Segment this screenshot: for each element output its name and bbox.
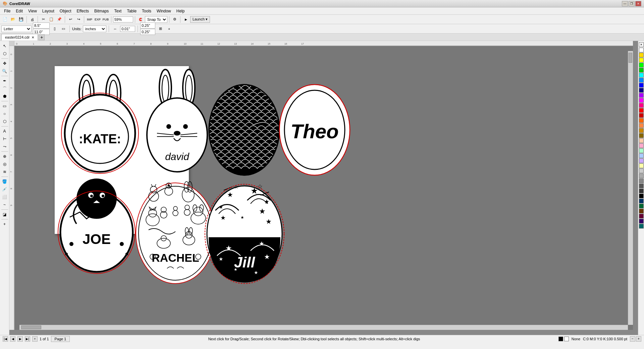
ellipse-tool[interactable]: ○ <box>1 110 8 117</box>
menu-layout[interactable]: Layout <box>40 8 57 14</box>
color-cyan[interactable] <box>639 73 644 78</box>
color-dark-red[interactable] <box>639 113 644 118</box>
color-sky[interactable] <box>639 153 644 158</box>
grid-y-input[interactable] <box>140 29 155 35</box>
grid-x-input[interactable] <box>140 22 155 29</box>
menu-edit[interactable]: Edit <box>13 8 25 14</box>
node-tool[interactable]: ⬡ <box>1 50 8 57</box>
nudge-input[interactable] <box>120 26 135 32</box>
color-charcoal[interactable] <box>639 189 644 193</box>
v-scroll-thumb[interactable] <box>629 53 632 63</box>
canvas-area[interactable]: 012 345 678 91011 121314 151617 0 1 2 3 … <box>9 41 638 335</box>
color-brown[interactable] <box>639 128 644 133</box>
color-violet[interactable] <box>639 93 644 98</box>
color-indigo[interactable] <box>639 219 644 223</box>
tab-add-button[interactable]: + <box>39 34 45 40</box>
page-tab[interactable]: Page 1 <box>51 336 70 342</box>
color-blue[interactable] <box>639 78 644 83</box>
color-teal[interactable] <box>639 224 644 229</box>
pan-tool[interactable]: ✥ <box>1 60 8 67</box>
page-settings-icon[interactable]: ⊞ <box>157 25 164 33</box>
menu-view[interactable]: View <box>25 8 40 14</box>
tab-close-icon[interactable]: ✕ <box>32 36 34 39</box>
color-mint[interactable] <box>639 148 644 153</box>
menu-help[interactable]: Help <box>174 8 187 14</box>
zoom-in-button[interactable]: + <box>636 336 641 342</box>
color-gray[interactable] <box>639 173 644 178</box>
color-light-gray[interactable] <box>639 168 644 173</box>
prev-page-button[interactable]: ◀ <box>10 336 15 342</box>
eraser-tool[interactable]: ⬜ <box>1 193 8 201</box>
zoom-input[interactable]: 59% <box>113 16 133 22</box>
eyedropper-tool[interactable]: 💉 <box>1 186 8 193</box>
menu-bitmaps[interactable]: Bitmaps <box>92 8 111 14</box>
width-input[interactable] <box>33 22 50 29</box>
freehand-tool[interactable]: ✒ <box>1 77 8 85</box>
color-midnight[interactable] <box>639 199 644 203</box>
smear-tool[interactable]: ~ <box>1 201 8 208</box>
dimension-tool[interactable]: ⊢ <box>1 135 8 143</box>
next-page-button[interactable]: ▶ <box>17 336 23 342</box>
menu-object[interactable]: Object <box>57 8 74 14</box>
add-snap-button[interactable]: + <box>1 220 8 228</box>
smart-draw-tool[interactable]: ⬟ <box>1 93 8 100</box>
close-button[interactable]: ✕ <box>635 1 641 6</box>
connector-tool[interactable]: ⤳ <box>1 143 8 150</box>
no-color-swatch[interactable]: ✕ <box>639 42 644 47</box>
color-green[interactable] <box>639 63 644 67</box>
fill-tool[interactable]: 🪣 <box>1 178 8 185</box>
first-page-button[interactable]: |◀ <box>3 336 8 342</box>
color-mahogany[interactable] <box>639 209 644 213</box>
save-button[interactable]: 💾 <box>17 16 25 23</box>
color-dark-brown[interactable] <box>639 133 644 138</box>
options-button[interactable]: ⚙ <box>171 16 178 23</box>
color-mid-gray[interactable] <box>639 179 644 183</box>
contour-tool[interactable]: ◎ <box>1 160 8 168</box>
launch-button[interactable]: Launch ▾ <box>190 16 210 23</box>
menu-file[interactable]: File <box>1 8 13 14</box>
color-orange[interactable] <box>639 118 644 123</box>
color-magenta[interactable] <box>639 98 644 103</box>
zoom-tool[interactable]: 🔍 <box>1 67 8 75</box>
tab-easter0224[interactable]: easter0224.cdr ✕ <box>1 34 38 41</box>
menu-table[interactable]: Table <box>124 8 139 14</box>
portrait-button[interactable]: ▯ <box>51 25 58 33</box>
new-button[interactable]: 📄 <box>1 16 9 23</box>
restore-button[interactable]: ❐ <box>629 1 635 6</box>
text-tool[interactable]: A <box>1 128 8 135</box>
menu-window[interactable]: Window <box>154 8 174 14</box>
undo-button[interactable]: ↩ <box>67 16 74 23</box>
bezier-tool[interactable]: ⌒ <box>1 85 8 92</box>
color-dark-gray[interactable] <box>639 184 644 188</box>
open-button[interactable]: 📂 <box>9 16 17 23</box>
print-button[interactable]: 🖨 <box>29 16 36 23</box>
copy-button[interactable]: 📋 <box>48 16 55 23</box>
last-page-button[interactable]: ▶| <box>25 336 30 342</box>
select-tool[interactable]: ↖ <box>1 42 8 50</box>
color-dark-green[interactable] <box>639 68 644 72</box>
color-maroon[interactable] <box>639 214 644 218</box>
color-yellow[interactable] <box>639 53 644 57</box>
color-dark-blue[interactable] <box>639 83 644 88</box>
paper-size-dropdown[interactable]: Letter <box>1 26 32 32</box>
color-lavender[interactable] <box>639 158 644 163</box>
color-pink[interactable] <box>639 103 644 108</box>
snap-dropdown[interactable]: Snap To <box>145 16 167 23</box>
rectangle-tool[interactable]: ▭ <box>1 102 8 110</box>
menu-text[interactable]: Text <box>111 8 124 14</box>
h-scroll-thumb[interactable] <box>21 326 41 329</box>
color-light-pink[interactable] <box>639 143 644 148</box>
import-button[interactable]: IMP <box>86 16 93 23</box>
distort-tool[interactable]: ≋ <box>1 168 8 176</box>
export-button[interactable]: EXP <box>94 16 101 23</box>
units-dropdown[interactable]: inches <box>83 26 106 32</box>
minimize-button[interactable]: — <box>622 1 628 6</box>
color-red[interactable] <box>639 108 644 113</box>
landscape-button[interactable]: ▭ <box>60 25 67 33</box>
color-navy[interactable] <box>639 88 644 93</box>
color-peach[interactable] <box>639 138 644 143</box>
blend-tool[interactable]: ⊕ <box>1 153 8 160</box>
color-black[interactable] <box>639 194 644 198</box>
menu-effects[interactable]: Effects <box>74 8 92 14</box>
color-cream[interactable] <box>639 163 644 168</box>
